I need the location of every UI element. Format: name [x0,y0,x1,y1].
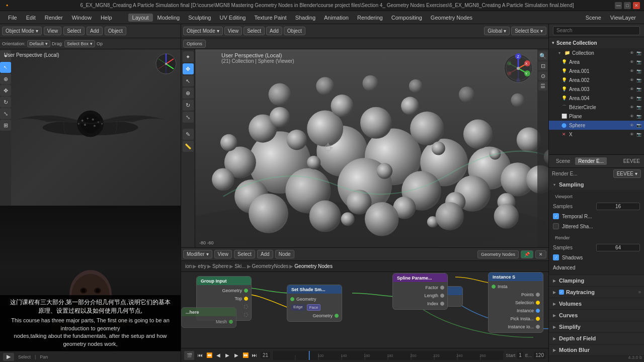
viewport-tool-cursor[interactable]: ✥ [183,63,194,74]
depth-of-field-header[interactable]: ▶ Depth of Field [549,333,644,344]
add-menu[interactable]: Add [87,27,103,35]
eevee-selector[interactable]: EEVEE ▾ [613,169,641,178]
viewport-tool-scale[interactable]: ↻ [183,100,194,111]
center-3d-viewport[interactable]: ✦ ✥ ↖ ⊕ ↻ ⤡ ✎ 📏 User Perspective (Local)… [181,49,548,247]
bc-ion[interactable]: ion [185,263,192,269]
nav-gizmo-main[interactable]: X Y Z [503,53,533,83]
modifier-dropdown[interactable]: Modifier ▾ [183,250,212,258]
node-select-menu[interactable]: Select [234,250,255,258]
sampling-header[interactable]: ▾ Sampling [549,179,644,190]
select-tool[interactable]: ↖ [0,62,11,73]
viewport-tool-measure[interactable]: 📏 [183,141,194,152]
tab-render[interactable]: Render E... [575,157,607,165]
outliner-area003[interactable]: 💡 Area.003 👁 📷 [549,84,644,94]
close-button[interactable]: ✕ [633,2,640,9]
edge-btn[interactable]: Edge [291,304,305,311]
face-btn[interactable]: Face [307,304,321,311]
node-sphere-partial[interactable]: ...here Mesh [181,307,236,328]
viewport-tool-rotate[interactable]: ⊕ [183,87,194,99]
viewport-right-4[interactable]: ☰ [538,81,547,90]
scale-tool[interactable]: ⤡ [0,108,11,119]
viewport-subsection-header[interactable]: Viewport [553,192,640,201]
shadows-checkbox[interactable]: ✓ [553,254,559,260]
bc-etry[interactable]: etry [198,263,206,269]
viewport-tool-annotate[interactable]: ✎ [183,129,194,140]
tab-compositing[interactable]: Compositing [387,14,426,22]
bc-ski[interactable]: Ski... [234,263,246,269]
close-node-btn[interactable]: ✕ [535,250,546,258]
node-add-menu[interactable]: Add [257,250,273,258]
outliner-collection[interactable]: ▾ 📁 Collection 👁 📷 [549,48,644,57]
menu-help[interactable]: Help [97,14,116,22]
menu-file[interactable]: File [4,14,21,22]
end-value[interactable]: 120 [534,352,545,358]
viewport-right-3[interactable]: ⊙ [538,71,547,80]
btn-rewind[interactable]: ⏮ [196,351,204,359]
outliner-plane[interactable]: ⬜ Plane 👁 📷 [549,112,644,121]
curves-header[interactable]: ▶ Curves [549,310,644,321]
geonodes-selector[interactable]: Geometry Nodes [477,250,519,258]
select-menu[interactable]: Select [63,27,85,35]
outliner-area001[interactable]: 💡 Area.001 👁 📷 [549,66,644,75]
tab-uv-editing[interactable]: UV Editing [215,14,250,22]
node-instance[interactable]: Instance S Insta Points Selection [488,272,543,333]
jitter-checkbox[interactable] [553,223,559,229]
orientation-selector[interactable]: Default ▾ [27,40,51,47]
outliner-area[interactable]: 💡 Area 👁 📷 [549,57,644,66]
center-mode-selector[interactable]: Object Mode ▾ [183,27,223,35]
outliner-x[interactable]: ✕ X 👁 📷 [549,130,644,139]
motion-blur-header[interactable]: ▶ Motion Blur [549,344,644,355]
temporal-checkbox[interactable]: ✓ [553,213,559,219]
outliner-sphere[interactable]: ⬤ Sphere 👁 📷 [549,121,644,130]
eye-icon[interactable]: 👁 [629,50,635,56]
simplify-header[interactable]: ▶ Simplify [549,321,644,332]
object-mode-selector[interactable]: Object Mode ▾ [2,27,42,35]
raytracing-header[interactable]: ▶ ✓ Raytracing ≡ [549,287,644,298]
center-drag-selector[interactable]: Select Box ▾ [511,27,546,35]
center-select-menu[interactable]: Select [244,27,265,35]
center-object-menu[interactable]: Object [284,27,305,35]
menu-edit[interactable]: Edit [22,14,40,22]
outliner-area002[interactable]: 💡 Area.002 👁 📷 [549,75,644,84]
pan-label[interactable]: Pan [40,354,48,359]
tab-rendering[interactable]: Rendering [353,14,387,22]
btn-next-frame[interactable]: ▶ [232,351,240,359]
samples-viewport-value[interactable]: 16 [596,203,640,210]
tab-scene[interactable]: Scene [553,157,573,165]
btn-prev-frame[interactable]: ◀ [214,351,222,359]
render-icon[interactable]: 📷 [636,50,642,56]
scene-selector[interactable]: Scene [582,14,605,22]
btn-play[interactable]: ▶ [223,351,231,359]
outliner-beziercircle[interactable]: ⌒ BézierCircle 👁 📷 [549,103,644,112]
bc-current[interactable]: Geometry Nodes [294,263,333,269]
menu-window[interactable]: Window [68,14,96,22]
tab-texture-paint[interactable]: Texture Paint [250,14,290,22]
playback-icon[interactable]: ▶ [3,353,14,361]
tab-animation[interactable]: Animation [320,14,353,22]
move-tool[interactable]: ✥ [0,85,11,96]
btn-forward[interactable]: ⏭ [251,351,259,359]
left-viewport-preview[interactable]: User Perspective (Local) [0,49,181,206]
options-btn[interactable]: Options [183,40,206,48]
view-menu[interactable]: View [44,27,62,35]
maximize-button[interactable]: □ [624,2,631,9]
bc-sphere[interactable]: Sphere [212,263,228,269]
minimize-button[interactable]: — [615,2,622,9]
center-add-menu[interactable]: Add [266,27,282,35]
start-value[interactable]: 1 [517,352,523,358]
clamping-header[interactable]: ▶ Clamping [549,275,644,286]
timeline-icon[interactable]: 🎬 [184,351,194,360]
orientation-global[interactable]: Global ▾ [484,27,510,35]
bc-geonodes[interactable]: GeometryNodes [252,263,289,269]
node-view-menu[interactable]: View [214,250,232,258]
btn-prev-keyframe[interactable]: ⏪ [205,351,213,359]
tab-layout[interactable]: Layout [128,14,153,22]
outliner-area004[interactable]: 💡 Area.004 👁 📷 [549,94,644,103]
playback-label[interactable]: Select [18,354,31,359]
raytracing-options-icon[interactable]: ≡ [638,290,641,295]
node-canvas[interactable]: Group Input Geometry Top [181,272,548,348]
viewport-tool-move[interactable]: ↖ [183,75,194,86]
timeline-ruler[interactable]: 100 140 160 180 200 220 240 260 [272,351,504,360]
menu-render[interactable]: Render [41,14,67,22]
viewlayer-selector[interactable]: ViewLayer [606,14,640,22]
